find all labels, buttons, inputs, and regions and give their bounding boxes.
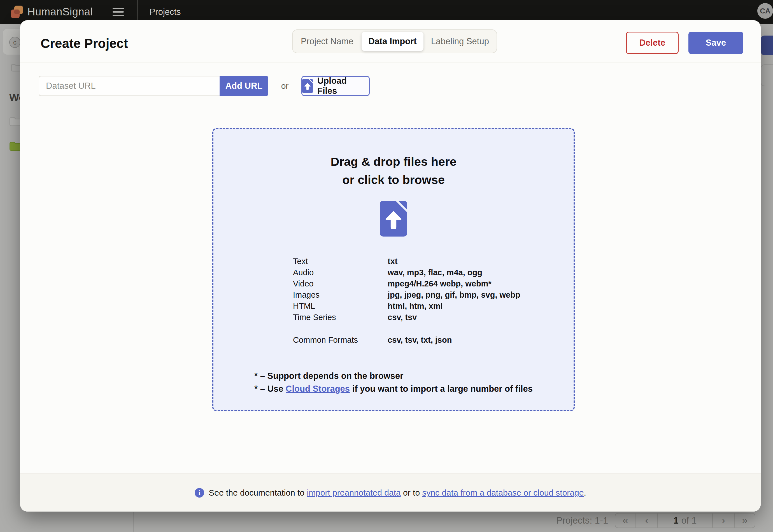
background-table-divider <box>133 512 134 532</box>
format-label: HTML <box>293 300 388 312</box>
dropzone-notes: * – Support depends on the browser * – U… <box>254 370 533 395</box>
format-row: Time Series csv, tsv <box>293 312 520 323</box>
format-row: Video mpeg4/H.264 webp, webm* <box>293 278 520 289</box>
or-separator: or <box>268 81 301 91</box>
delete-button[interactable]: Delete <box>626 32 679 54</box>
format-label: Time Series <box>293 312 388 323</box>
page-title: Create Project <box>41 36 128 51</box>
format-label: Video <box>293 278 388 289</box>
dropzone-heading-line1: Drag & drop files here <box>213 153 574 171</box>
projects-stack-icon <box>9 62 22 73</box>
hamburger-menu-icon[interactable] <box>113 8 124 16</box>
file-dropzone[interactable]: Drag & drop files here or click to brows… <box>212 128 575 411</box>
projects-range-label: Projects: 1-1 <box>556 515 608 526</box>
user-avatar[interactable]: CA <box>757 3 773 19</box>
common-formats-value: csv, tsv, txt, json <box>388 334 452 346</box>
background-create-button-sliver <box>761 36 773 55</box>
note-cloud-prefix: * – Use <box>254 384 286 394</box>
format-value: jpg, jpeg, png, gif, bmp, svg, webp <box>388 289 520 300</box>
import-url-row: Add URL or Upload Files <box>39 76 370 96</box>
sync-data-link[interactable]: sync data from a database or cloud stora… <box>422 488 584 497</box>
format-value: txt <box>388 256 397 267</box>
tab-project-name[interactable]: Project Name <box>293 30 362 53</box>
format-row: Audio wav, mp3, flac, m4a, ogg <box>293 267 520 278</box>
wizard-tabs: Project Name Data Import Labeling Setup <box>292 29 497 53</box>
dropzone-heading: Drag & drop files here or click to brows… <box>213 153 574 189</box>
background-search-box-sliver <box>761 64 773 86</box>
footer-text-prefix: See the documentation to <box>209 488 307 497</box>
format-value: html, htm, xml <box>388 300 443 312</box>
dataset-url-input[interactable] <box>39 76 220 96</box>
format-row: Images jpg, jpeg, png, gif, bmp, svg, we… <box>293 289 520 300</box>
note-cloud-storage: * – Use Cloud Storages if you want to im… <box>254 382 533 395</box>
screen: c Wo Projects: 1-1 « ‹ 1 of 1 › <box>0 0 773 532</box>
common-formats-label: Common Formats <box>293 334 388 346</box>
cloud-storages-link[interactable]: Cloud Storages <box>286 384 350 394</box>
modal-footer: i See the documentation to import preann… <box>20 473 761 512</box>
supported-formats-table: Text txt Audio wav, mp3, flac, m4a, ogg … <box>293 256 520 323</box>
last-page-button: » <box>735 514 755 528</box>
current-page: 1 <box>673 515 678 526</box>
tab-data-import[interactable]: Data Import <box>362 32 423 51</box>
next-page-button: › <box>713 514 734 528</box>
pagination-bar: « ‹ 1 of 1 › » <box>615 513 755 528</box>
header-divider <box>20 62 761 62</box>
prev-page-button: ‹ <box>636 514 657 528</box>
documentation-note: See the documentation to import preannot… <box>209 488 586 498</box>
tab-labeling-setup[interactable]: Labeling Setup <box>423 30 497 53</box>
dropzone-heading-line2: or click to browse <box>213 171 574 189</box>
create-project-modal: Create Project Project Name Data Import … <box>20 20 761 512</box>
page-indicator: 1 of 1 <box>658 514 712 528</box>
upload-files-label: Upload Files <box>317 76 369 96</box>
format-value: csv, tsv <box>388 312 417 323</box>
import-preannotated-data-link[interactable]: import preannotated data <box>307 488 401 497</box>
footer-text-suffix: . <box>584 488 586 497</box>
note-browser-support: * – Support depends on the browser <box>254 370 533 382</box>
format-row: HTML html, htm, xml <box>293 300 520 312</box>
first-page-button: « <box>615 514 635 528</box>
format-row: Text txt <box>293 256 520 267</box>
format-value: mpeg4/H.264 webp, webm* <box>388 278 492 289</box>
save-button[interactable]: Save <box>688 32 743 54</box>
nav-projects[interactable]: Projects <box>150 7 181 17</box>
brand-name: HumanSignal <box>27 6 93 18</box>
url-combo: Add URL <box>39 76 268 96</box>
format-label: Text <box>293 256 388 267</box>
common-formats-row: Common Formats csv, tsv, txt, json <box>293 334 452 346</box>
note-cloud-suffix: if you want to import a large number of … <box>350 384 533 394</box>
brand-logo: HumanSignal <box>11 5 93 19</box>
upload-files-button[interactable]: Upload Files <box>301 76 370 96</box>
upload-file-icon <box>380 201 407 237</box>
add-url-button[interactable]: Add URL <box>220 76 268 96</box>
format-label: Images <box>293 289 388 300</box>
format-label: Audio <box>293 267 388 278</box>
sidebar-avatar: c <box>9 37 20 48</box>
format-value: wav, mp3, flac, m4a, ogg <box>388 267 482 278</box>
footer-text-middle: or to <box>401 488 422 497</box>
file-upload-icon <box>302 79 313 93</box>
page-count: of 1 <box>681 515 697 526</box>
humansignal-logo-icon <box>11 5 24 19</box>
info-icon: i <box>195 488 204 498</box>
